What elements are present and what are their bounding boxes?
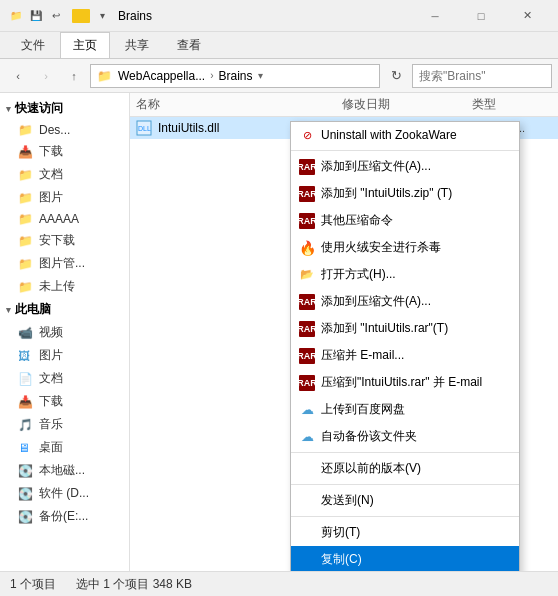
sidebar-item-imgmgr[interactable]: 📁 图片管... <box>0 252 129 275</box>
restore-icon <box>299 461 315 477</box>
menu-label-add-zip: 添加到 "IntuiUtils.zip" (T) <box>321 185 452 202</box>
sidebar-item-pictures[interactable]: 📁 图片 <box>0 186 129 209</box>
menu-item-other-compress[interactable]: RAR 其他压缩命令 <box>291 207 519 234</box>
undo-icon: ↩ <box>48 8 64 24</box>
col-header-date[interactable]: 修改日期 <box>342 96 472 113</box>
menu-label-other-compress: 其他压缩命令 <box>321 212 393 229</box>
sidebar-label-documents: 文档 <box>39 370 63 387</box>
sidebar-section-thispc[interactable]: ▾ 此电脑 <box>0 298 129 321</box>
status-bar: 1 个项目 选中 1 个项目 348 KB <box>0 571 558 596</box>
minimize-icon <box>431 10 438 22</box>
archive-add-icon: RAR <box>299 159 315 175</box>
copy-icon <box>299 552 315 568</box>
menu-separator-1 <box>291 452 519 453</box>
menu-label-open-with: 打开方式(H)... <box>321 266 396 283</box>
sidebar-item-docs[interactable]: 📁 文档 <box>0 163 129 186</box>
file-icon-dll: DLL <box>136 120 152 136</box>
col-header-type[interactable]: 类型 <box>472 96 552 113</box>
sidebar-label-pictures: 图片 <box>39 189 63 206</box>
tab-view[interactable]: 查看 <box>164 32 214 58</box>
menu-label-uninstall: Uninstall with ZookaWare <box>321 128 457 142</box>
sidebar-item-video[interactable]: 📹 视频 <box>0 321 129 344</box>
title-bar-icons: 📁 💾 ↩ ▾ <box>8 8 110 24</box>
tab-home[interactable]: 主页 <box>60 32 110 58</box>
menu-item-restore[interactable]: 还原以前的版本(V) <box>291 455 519 482</box>
menu-item-compress-email[interactable]: RAR 压缩并 E-mail... <box>291 342 519 369</box>
sidebar-item-music[interactable]: 🎵 音乐 <box>0 413 129 436</box>
close-icon <box>523 9 532 22</box>
window-controls <box>412 0 550 32</box>
tab-share[interactable]: 共享 <box>112 32 162 58</box>
folder-icon-dl: 📥 <box>18 395 34 409</box>
sidebar-item-upload[interactable]: 📁 未上传 <box>0 275 129 298</box>
menu-item-add-rar[interactable]: RAR 添加到 "IntuiUtils.rar"(T) <box>291 315 519 342</box>
folder-icon <box>72 9 90 23</box>
sidebar-item-drive-e[interactable]: 💽 备份(E:... <box>0 505 129 528</box>
ribbon: 文件 主页 共享 查看 <box>0 32 558 59</box>
close-button[interactable] <box>504 0 550 32</box>
sidebar-item-dl[interactable]: 📥 下载 <box>0 390 129 413</box>
back-button[interactable]: ‹ <box>6 64 30 88</box>
up-button[interactable]: ↑ <box>62 64 86 88</box>
sidebar-item-aaaaa[interactable]: 📁 AAAAA <box>0 209 129 229</box>
refresh-button[interactable]: ↻ <box>384 64 408 88</box>
file-list-header: 名称 修改日期 类型 <box>130 93 558 117</box>
menu-separator-0 <box>291 150 519 151</box>
maximize-button[interactable] <box>458 0 504 32</box>
send-to-icon <box>299 493 315 509</box>
folder-icon-upload: 📁 <box>18 280 34 294</box>
minimize-button[interactable] <box>412 0 458 32</box>
compress-rar-email-icon: RAR <box>299 375 315 391</box>
folder-icon-imgmgr: 📁 <box>18 257 34 271</box>
sidebar-label-music: 音乐 <box>39 416 63 433</box>
address-bar: ‹ › ↑ 📁 WebAcappella... › Brains ▾ ↻ 🔍 <box>0 59 558 93</box>
sidebar-item-anzai[interactable]: 📁 安下载 <box>0 229 129 252</box>
tab-file[interactable]: 文件 <box>8 32 58 58</box>
cut-icon <box>299 525 315 541</box>
menu-item-baidu[interactable]: ☁ 上传到百度网盘 <box>291 396 519 423</box>
address-path[interactable]: 📁 WebAcappella... › Brains ▾ <box>90 64 380 88</box>
file-area: 名称 修改日期 类型 DLL IntuiUtils.dll 应用程序... 🛡 … <box>130 93 558 571</box>
save-icon: 💾 <box>28 8 44 24</box>
sidebar-label-upload: 未上传 <box>39 278 75 295</box>
menu-item-add-compress[interactable]: RAR 添加到压缩文件(A)... <box>291 153 519 180</box>
sidebar-item-drive-c[interactable]: 💽 本地磁... <box>0 459 129 482</box>
sidebar-item-downloads[interactable]: 📥 下载 <box>0 140 129 163</box>
uninstall-icon: ⊘ <box>299 127 315 143</box>
sidebar-item-drive-d[interactable]: 💽 软件 (D... <box>0 482 129 505</box>
window-icon: 📁 <box>8 8 24 24</box>
search-input[interactable] <box>419 69 558 83</box>
menu-item-antivirus[interactable]: 🔥 使用火绒安全进行杀毒 <box>291 234 519 261</box>
folder-icon-downloads: 📥 <box>18 145 34 159</box>
main-area: ▾ 快速访问 📁 Des... 📥 下载 📁 文档 📁 图片 📁 AAAAA 📁… <box>0 93 558 571</box>
menu-item-compress-rar-email[interactable]: RAR 压缩到"IntuiUtils.rar" 并 E-mail <box>291 369 519 396</box>
folder-breadcrumb-icon: 📁 <box>97 69 112 83</box>
sidebar-label-des: Des... <box>39 123 70 137</box>
sidebar-label-imgmgr: 图片管... <box>39 255 85 272</box>
sidebar-item-desktop[interactable]: 🖥 桌面 <box>0 436 129 459</box>
menu-item-add-compress2[interactable]: RAR 添加到压缩文件(A)... <box>291 288 519 315</box>
antivirus-icon: 🔥 <box>299 240 315 256</box>
menu-item-cut[interactable]: 剪切(T) <box>291 519 519 546</box>
sidebar-item-images[interactable]: 🖼 图片 <box>0 344 129 367</box>
forward-button[interactable]: › <box>34 64 58 88</box>
menu-item-uninstall[interactable]: ⊘ Uninstall with ZookaWare <box>291 122 519 148</box>
dropdown-icon[interactable]: ▾ <box>94 8 110 24</box>
sidebar-label-drive-c: 本地磁... <box>39 462 85 479</box>
col-header-name[interactable]: 名称 <box>136 96 342 113</box>
menu-label-cut: 剪切(T) <box>321 524 360 541</box>
sidebar-item-documents[interactable]: 📄 文档 <box>0 367 129 390</box>
section-arrow-quickaccess: ▾ <box>6 104 11 114</box>
path-arrow-2: ▾ <box>258 70 263 81</box>
status-items-count: 1 个项目 <box>10 576 56 593</box>
sidebar-label-dl: 下载 <box>39 393 63 410</box>
menu-item-add-zip[interactable]: RAR 添加到 "IntuiUtils.zip" (T) <box>291 180 519 207</box>
sidebar-label-video: 视频 <box>39 324 63 341</box>
menu-item-send-to[interactable]: 发送到(N) <box>291 487 519 514</box>
menu-item-auto-backup[interactable]: ☁ 自动备份该文件夹 <box>291 423 519 450</box>
folder-icon-docs: 📁 <box>18 168 34 182</box>
menu-item-copy[interactable]: 复制(C) <box>291 546 519 571</box>
menu-item-open-with[interactable]: 📂 打开方式(H)... <box>291 261 519 288</box>
sidebar-section-quick-access[interactable]: ▾ 快速访问 <box>0 97 129 120</box>
sidebar-item-des[interactable]: 📁 Des... <box>0 120 129 140</box>
